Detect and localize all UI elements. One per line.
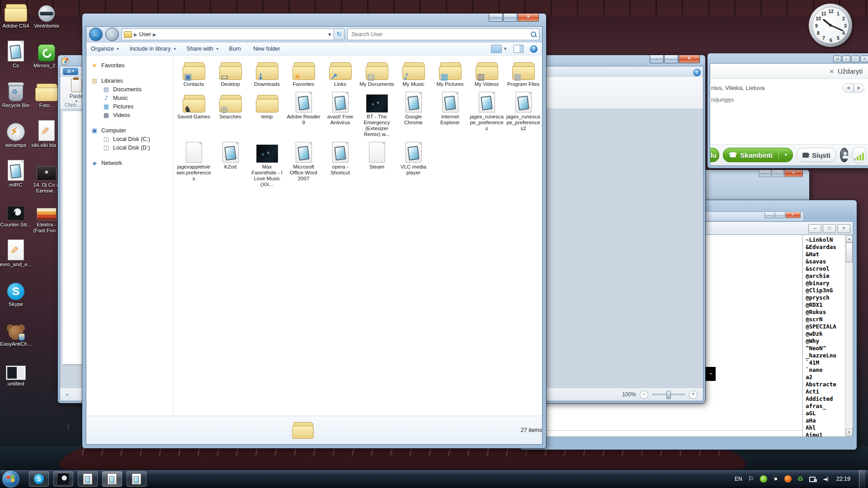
mirc-nick[interactable]: _hazzeLnu [806, 352, 845, 359]
file-item[interactable]: avast! Free Antivirus [322, 90, 359, 126]
skype-window[interactable]: ❏ – □ × × Uždaryti nius, Vileika, Lietuv… [708, 53, 868, 168]
file-item[interactable]: ↓ Downloads [249, 57, 285, 87]
toolbar-button[interactable]: Include in library ▼ [130, 46, 177, 52]
toolbar-button[interactable]: Share with ▼ [187, 46, 219, 52]
zoom-slider-thumb[interactable] [666, 391, 671, 399]
mirc-nick[interactable]: @wDzk [806, 330, 845, 338]
refresh-icon[interactable]: ↻ [334, 28, 344, 40]
maximize-button[interactable] [775, 212, 785, 218]
carousel-right-icon[interactable]: ▶ [854, 84, 864, 93]
scrollbar-thumb[interactable] [846, 243, 853, 263]
mirc-nick[interactable]: ^NeoN^ [806, 345, 845, 352]
sidebar-item[interactable]: ▣ Computer [91, 126, 173, 135]
mirc-nick[interactable]: @Why [806, 338, 845, 345]
file-item[interactable]: ♞ Saved Games [175, 90, 212, 120]
breadcrumb-location[interactable]: User [139, 31, 151, 38]
file-item[interactable]: ▣ Contacts [175, 57, 212, 87]
tray-icon[interactable] [809, 476, 817, 482]
file-item[interactable]: BT - The Emergency (Extesizer Remix) w..… [359, 90, 395, 137]
sidebar-item[interactable]: ★ Favorites [91, 61, 173, 70]
tray-icon[interactable] [784, 475, 792, 483]
mirc-nick[interactable]: &Edvardas [806, 244, 845, 251]
preview-pane-icon[interactable] [514, 45, 524, 53]
desktop-icon[interactable]: winampa [1, 121, 31, 161]
mirc-nick[interactable]: @prysch [806, 294, 845, 301]
file-item[interactable]: Adobe Reader 9 [285, 90, 322, 126]
mirc-nick[interactable]: Ahl [806, 424, 845, 432]
file-item[interactable]: ♪ My Music [395, 57, 432, 87]
mirc-nick[interactable]: @Rukus [806, 309, 845, 316]
call-quality-button[interactable] [852, 146, 866, 164]
desktop-icon[interactable]: Counter-Str... [1, 201, 31, 240]
scroll-up-icon[interactable]: ▲ [846, 235, 853, 243]
mirc-nick[interactable]: &Hat [806, 251, 845, 258]
search-icon[interactable] [531, 32, 536, 37]
start-button[interactable] [2, 470, 20, 488]
mirc-nick[interactable]: &savas [806, 258, 845, 265]
toolbar-button[interactable]: Organize ▼ [91, 46, 120, 52]
partial-action-button[interactable]: lu [710, 148, 719, 162]
contacts-group-icon[interactable] [840, 148, 849, 162]
desktop-icon[interactable]: Recycle Bin [1, 81, 31, 121]
file-item[interactable]: ▦ My Pictures [432, 57, 468, 87]
close-button[interactable] [784, 170, 803, 177]
mirc-nick[interactable]: @Clip3nG [806, 287, 845, 294]
mirc-nick[interactable]: aGL [806, 410, 845, 417]
toolbar-button[interactable]: New folder [253, 46, 283, 52]
taskbar-app-button[interactable] [78, 471, 98, 487]
file-item[interactable]: ▦ Program Files [505, 57, 542, 87]
zoom-slider[interactable] [652, 394, 685, 395]
file-item[interactable]: Steam [359, 140, 395, 170]
mirc-nick[interactable]: &scrool [806, 265, 845, 272]
mirc-nick-list[interactable]: ~LinkolN&Edvardas&Hat&savas&scrool@archi… [802, 235, 845, 436]
minimize-button[interactable] [650, 55, 664, 63]
taskbar-app-button[interactable] [53, 471, 73, 487]
desktop-icon[interactable]: Ventrilomix [32, 2, 61, 42]
toolbar-button[interactable]: Burn [229, 46, 243, 52]
file-item[interactable]: ▥ My Videos [468, 57, 505, 87]
maximize-button[interactable]: □ [851, 56, 859, 62]
minimize-button[interactable] [759, 170, 771, 177]
file-item[interactable]: opera - Shortcut [322, 140, 359, 176]
maximize-button[interactable] [664, 55, 678, 63]
maximize-button[interactable] [771, 170, 783, 177]
desktop-icon[interactable]: Skype [1, 280, 31, 320]
sidebar-item[interactable]: ▩ Videos [91, 111, 173, 119]
taskbar-app-button[interactable] [102, 471, 122, 487]
search-input[interactable] [350, 31, 531, 38]
desktop-icon[interactable]: Adobe CS4 [1, 2, 31, 42]
mirc-nick[interactable]: Acti [806, 388, 845, 395]
desktop-icon[interactable]: untitled [1, 360, 31, 399]
desktop-icon[interactable]: evro_and_e... [1, 240, 31, 280]
desktop-icon[interactable]: Elektra - (Fast Foo... [32, 201, 61, 240]
back-button[interactable]: ← [89, 28, 103, 41]
desktop-icon[interactable]: mIRC [1, 161, 31, 201]
taskbar-clock[interactable]: 22:19 [836, 476, 850, 482]
desktop-icon[interactable]: EasyAntiCh... [1, 320, 31, 360]
mirc-nick[interactable]: @SPECIALA [806, 323, 845, 330]
file-item[interactable]: ◎ Searches [212, 90, 249, 120]
explorer-window[interactable]: ← → ▶ User ▶ ▼ ↻ Organize [82, 14, 546, 448]
search-box[interactable] [347, 28, 539, 40]
mdi-close-button[interactable]: × [837, 224, 850, 233]
show-desktop-button[interactable] [859, 470, 865, 488]
carousel-left-icon[interactable]: ◀ [843, 84, 854, 93]
send-button[interactable]: Siųsti [797, 148, 836, 162]
tray-icon[interactable]: ♻ [797, 475, 804, 483]
file-item[interactable]: Microsoft Office Word 2007 [285, 140, 322, 182]
restore-group-button[interactable]: ❏ [833, 56, 841, 62]
file-item[interactable]: KZod [212, 140, 249, 170]
mirc-nick[interactable]: Aimu1 [806, 432, 845, 436]
tray-icon[interactable] [760, 475, 767, 483]
close-button[interactable] [785, 212, 801, 218]
file-item[interactable]: ▭ Desktop [212, 57, 249, 87]
mirc-nick[interactable]: ~LinkolN [806, 236, 845, 244]
file-item[interactable]: jagex_runescape_preferences2 [505, 90, 542, 131]
file-item[interactable]: temp [249, 90, 285, 120]
chevron-down-icon[interactable]: ▼ [782, 153, 790, 157]
sidebar-item[interactable]: ▤ Libraries [91, 76, 173, 85]
desktop-icon[interactable]: 14. Dj Co & Евгени... [32, 161, 61, 201]
file-item[interactable]: Internet Explorer [432, 90, 468, 126]
sidebar-item[interactable]: ▦ Pictures [91, 102, 173, 111]
sidebar-item[interactable]: ♪ Music [91, 94, 173, 102]
